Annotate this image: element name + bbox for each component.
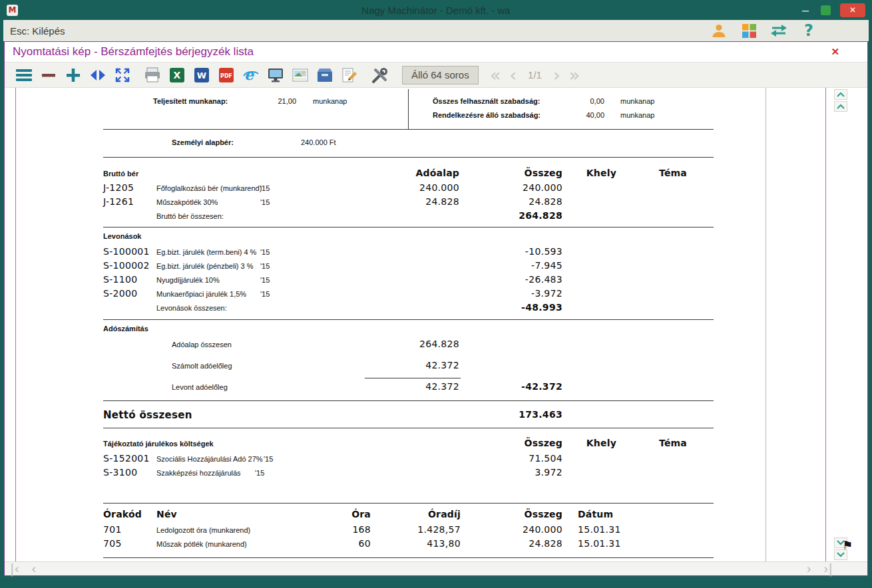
window-title: Nagy Machinátor - Demó kft. - wa — [361, 5, 510, 16]
divider — [103, 319, 714, 320]
menu-button[interactable] — [14, 65, 34, 85]
hours-header-date: Dátum — [578, 509, 613, 519]
tax-calculated-value: 42.372 — [425, 360, 459, 370]
page-indicator: 1/1 — [528, 69, 542, 80]
row-hours: 168 — [352, 524, 371, 535]
hscroll-right-buttons: › ›| — [806, 563, 833, 575]
hours-row: 705 Műszak pótlék (munkarend) 60 413,80 … — [103, 538, 714, 551]
row-code: 701 — [103, 524, 122, 535]
vacation-used-label: Összes felhasznált szabadság: — [433, 97, 540, 105]
hours-header-rate: Óradíj — [428, 509, 461, 519]
vacation-used-value: 0,00 — [590, 97, 604, 105]
preview-title: Nyomtatási kép - Bérszámfejtés bérjegyzé… — [13, 45, 254, 59]
row-rate: 1.428,57 — [417, 524, 461, 535]
chevron-up-icon — [837, 92, 845, 97]
hscroll-first-button[interactable]: |‹ — [10, 563, 19, 575]
net-total-value: 173.463 — [519, 409, 562, 420]
vertical-scrollbar: ⚑ — [829, 88, 849, 561]
image-icon — [292, 67, 309, 83]
gross-row: J-1205 Főfoglalkozású bér (munkarend) '1… — [103, 182, 714, 195]
nav-first-button[interactable]: « — [488, 66, 503, 84]
base-salary-value: 240.000 Ft — [301, 138, 336, 146]
tax-base-value: 264.828 — [419, 339, 459, 349]
hours-header-amount: Összeg — [525, 509, 562, 519]
nav-prev-button[interactable]: ‹ — [507, 66, 519, 84]
modules-button[interactable] — [740, 21, 758, 40]
horizontal-scrollbar[interactable]: |‹ ‹ › ›| — [5, 561, 867, 575]
scroll-up-page-button[interactable] — [834, 89, 847, 100]
edit-report-button[interactable] — [339, 65, 359, 85]
row-code: J-1205 — [103, 182, 134, 193]
gross-total-label: Bruttó bér összesen: — [156, 212, 224, 220]
hours-header-hours: Óra — [351, 509, 371, 519]
row-desc: Nyugdíjjárulék 10% — [156, 276, 220, 284]
row-code: S-100001 — [103, 246, 150, 257]
export-word-button[interactable]: W — [192, 65, 212, 85]
settings-button[interactable] — [369, 65, 389, 85]
divider — [365, 378, 461, 378]
zoom-in-button[interactable] — [63, 65, 83, 85]
fit-page-button[interactable] — [112, 65, 132, 85]
row-rate: 413,80 — [427, 538, 461, 549]
preview-toolbar: X W PDF e — [5, 62, 867, 88]
row-year: '15 — [260, 198, 270, 206]
divider — [103, 503, 714, 504]
hscroll-last-button[interactable]: ›| — [823, 563, 833, 575]
deduction-row: S-100002 Eg.bizt. járulék (pénzbeli) 3 %… — [103, 260, 714, 273]
close-button[interactable]: ✕ — [840, 3, 865, 17]
maximize-button[interactable] — [821, 5, 831, 15]
preview-close-button[interactable]: ✕ — [831, 46, 839, 58]
export-pdf-button[interactable]: PDF — [216, 65, 236, 85]
svg-text:e: e — [244, 67, 255, 83]
nav-next-button[interactable]: › — [551, 66, 562, 84]
row-desc: Főfoglalkozású bér (munkarend) — [156, 184, 262, 192]
row-desc: Szakképzési hozzájárulás — [156, 469, 241, 477]
user-icon — [711, 23, 727, 39]
layout-button[interactable]: Álló 64 soros — [402, 66, 479, 84]
row-year: '15 — [260, 248, 270, 256]
scroll-up-line-button[interactable] — [834, 101, 847, 112]
export-image-button[interactable] — [290, 65, 310, 85]
window-buttons: – ✕ — [799, 3, 865, 17]
svg-text:PDF: PDF — [220, 73, 232, 78]
worked-days-unit: munkanap — [313, 97, 347, 105]
print-button[interactable] — [142, 65, 162, 85]
fit-width-button[interactable] — [88, 65, 108, 85]
row-desc: Eg.bizt. járulék (pénzbeli) 3 % — [156, 262, 254, 270]
row-code: 705 — [103, 538, 122, 549]
hscroll-next-button[interactable]: › — [806, 563, 811, 575]
apps-grid-icon — [742, 23, 757, 39]
row-desc: Eg.bizt. járulék (term.beni) 4 % — [156, 248, 256, 256]
row-date: 15.01.31 — [578, 538, 621, 549]
export-excel-button[interactable]: X — [167, 65, 187, 85]
row-osszeg: -10.593 — [525, 246, 562, 257]
col-header-osszeg: Összeg — [525, 438, 562, 448]
plus-icon — [65, 67, 81, 83]
zoom-out-button[interactable] — [39, 65, 59, 85]
user-button[interactable] — [710, 21, 728, 40]
pdf-icon: PDF — [218, 67, 234, 83]
vacation-available-label: Rendelkezésre álló szabadság: — [433, 111, 541, 119]
transfer-arrows-icon — [770, 23, 787, 38]
esc-exit-button[interactable]: Esc: Kilépés — [10, 25, 65, 37]
archive-button[interactable] — [315, 65, 335, 85]
row-code: S-1100 — [103, 274, 137, 285]
document-page: Teljesített munkanap: 21,00 munkanap Öss… — [16, 88, 825, 561]
deduction-row: S-1100 Nyugdíjjárulék 10% '15 -26.483 — [103, 274, 714, 287]
row-year: '15 — [264, 455, 273, 463]
row-code: S-2000 — [103, 288, 137, 299]
screen-view-button[interactable] — [266, 65, 286, 85]
hscroll-prev-button[interactable]: ‹ — [31, 563, 37, 575]
app-logo-icon: M — [7, 5, 18, 16]
help-button[interactable]: ? — [799, 21, 818, 40]
divider — [103, 400, 714, 401]
row-date: 15.01.31 — [578, 524, 621, 535]
nav-last-button[interactable]: » — [567, 66, 582, 84]
switch-company-button[interactable] — [769, 21, 788, 40]
export-html-button[interactable]: e — [241, 65, 261, 85]
minimize-button[interactable]: – — [799, 4, 811, 16]
deductions-total-value: -48.993 — [521, 302, 562, 313]
monitor-icon — [267, 67, 284, 83]
edit-icon — [341, 67, 358, 83]
app-window: M Nagy Machinátor - Demó kft. - wa – ✕ E… — [0, 0, 872, 588]
